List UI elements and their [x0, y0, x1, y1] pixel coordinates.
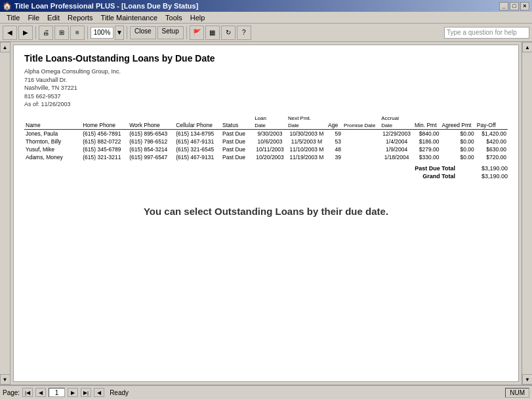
- toolbar-grid-button[interactable]: ⊞: [54, 26, 69, 40]
- table-cell: 1/9/2004: [380, 145, 413, 153]
- right-scroll-track[interactable]: [522, 52, 532, 374]
- toolbar-refresh-button[interactable]: ↻: [221, 26, 235, 40]
- table-cell: $720.00: [476, 153, 508, 161]
- col-header-loan-date: Loan Date: [253, 114, 287, 130]
- toolbar-separator-2: [87, 26, 88, 39]
- table-cell: Jones, Paula: [24, 130, 81, 138]
- title-text: 🏠 Title Loan Professional PLUS - [Loans …: [3, 2, 198, 10]
- toolbar-separator-1: [35, 26, 36, 39]
- maximize-button[interactable]: □: [510, 2, 519, 10]
- table-cell: $840.00: [413, 130, 440, 138]
- toolbar-list-button[interactable]: ≡: [70, 26, 85, 40]
- table-cell: (615) 467-9131: [174, 138, 221, 145]
- table-cell: (615) 134-8795: [174, 130, 221, 138]
- table-cell: Thornton, Billy: [24, 138, 81, 145]
- table-cell: (615) 854-3214: [128, 145, 174, 153]
- window-controls[interactable]: _ □ ×: [499, 2, 529, 10]
- table-cell: Past Due: [221, 153, 253, 161]
- scroll-down-button[interactable]: ▼: [0, 374, 10, 385]
- past-due-total-row: Past Due Total $3,190.00: [24, 165, 508, 172]
- right-scrollbar[interactable]: ▲ ▼: [522, 42, 532, 385]
- minimize-button[interactable]: _: [499, 2, 508, 10]
- company-name: Alpha Omega Consulting Group, Inc.: [24, 67, 508, 76]
- menu-title-maintenance[interactable]: Title Maintenance: [97, 13, 161, 22]
- table-cell: (615) 997-6547: [128, 153, 174, 161]
- col-header-status: Status: [221, 114, 253, 130]
- col-header-work: Work Phone: [128, 114, 174, 130]
- status-text: Ready: [107, 389, 502, 396]
- company-address: 716 Vauxhall Dr.: [24, 76, 508, 85]
- toolbar-back-button[interactable]: ◀: [3, 26, 17, 40]
- table-cell: $0.00: [440, 145, 475, 153]
- table-cell: Adams, Money: [24, 153, 81, 161]
- toolbar-forward-button[interactable]: ▶: [18, 26, 33, 40]
- col-header-accrual: Accrual Date: [380, 114, 413, 130]
- table-cell: (615) 798-6512: [128, 138, 174, 145]
- table-row: Jones, Paula(615) 456-7891(615) 895-6543…: [24, 130, 508, 138]
- scroll-up-button[interactable]: ▲: [0, 42, 10, 52]
- table-cell: $186.00: [413, 138, 440, 145]
- totals-section: Past Due Total $3,190.00 Grand Total $3,…: [24, 165, 508, 180]
- page-next-button[interactable]: ▶: [68, 388, 78, 397]
- page-number-input[interactable]: [49, 388, 65, 397]
- next-pmt-line1: Next Pmt.: [288, 115, 311, 121]
- col-header-age: Age: [327, 114, 342, 130]
- table-cell: $279.00: [413, 145, 440, 153]
- table-cell: [342, 130, 380, 138]
- table-cell: 9/30/2003: [253, 130, 287, 138]
- table-cell: $1,420.00: [476, 130, 508, 138]
- table-cell: 10/20/2003: [253, 153, 287, 161]
- table-cell: $0.00: [440, 130, 475, 138]
- page-extra-button[interactable]: ◀: [94, 388, 104, 397]
- zoom-control[interactable]: 100% ▼: [91, 26, 124, 40]
- table-cell: Past Due: [221, 138, 253, 145]
- loan-date-line2: Date: [255, 123, 266, 128]
- toolbar-flag-button[interactable]: 🚩: [190, 26, 204, 40]
- table-cell: $420.00: [476, 138, 508, 145]
- zoom-input[interactable]: 100%: [91, 27, 113, 39]
- table-cell: 10/30/2003 M: [287, 130, 327, 138]
- page-prev-button[interactable]: ◀: [35, 388, 46, 397]
- loan-date-line1: Loan: [255, 115, 266, 121]
- table-cell: (615) 895-6543: [128, 130, 174, 138]
- table-cell: 1/18/2004: [380, 153, 413, 161]
- close-button[interactable]: Close: [130, 26, 156, 39]
- close-button[interactable]: ×: [520, 2, 529, 10]
- statusbar: Page: |◀ ◀ ▶ ▶| ◀ Ready NUM: [0, 385, 532, 399]
- page-first-button[interactable]: |◀: [22, 388, 33, 397]
- setup-button[interactable]: Setup: [157, 26, 184, 39]
- right-scroll-up[interactable]: ▲: [522, 42, 532, 52]
- left-scrollbar[interactable]: ▲ ▼: [0, 42, 10, 385]
- menu-file[interactable]: File: [24, 13, 43, 22]
- col-header-home: Home Phone: [81, 114, 128, 130]
- col-header-cell: Cellular Phone: [174, 114, 221, 130]
- toolbar-help-button[interactable]: ?: [237, 26, 251, 40]
- table-cell: 59: [327, 130, 342, 138]
- table-cell: 39: [327, 153, 342, 161]
- accrual-line1: Accrual: [381, 115, 399, 121]
- menu-reports[interactable]: Reports: [64, 13, 97, 22]
- table-cell: $0.00: [440, 153, 475, 161]
- help-input[interactable]: Type a question for help: [444, 27, 529, 39]
- table-cell: $0.00: [440, 138, 475, 145]
- table-cell: 10/6/2003: [253, 138, 287, 145]
- table-cell: Yusuf, Mike: [24, 145, 81, 153]
- menu-tools[interactable]: Tools: [161, 13, 186, 22]
- report-as-of: As of: 11/26/2003: [24, 100, 508, 109]
- table-cell: [342, 145, 380, 153]
- col-header-name: Name: [24, 114, 81, 130]
- toolbar-extra-button[interactable]: ▦: [205, 26, 220, 40]
- menu-title[interactable]: Title: [3, 13, 24, 22]
- table-cell: (615) 345-6789: [81, 145, 128, 153]
- company-city: Nashville, TN 37221: [24, 84, 508, 92]
- zoom-dropdown-button[interactable]: ▼: [115, 26, 124, 40]
- past-due-total-label: Past Due Total: [415, 165, 455, 172]
- table-cell: 53: [327, 138, 342, 145]
- toolbar-print-button[interactable]: 🖨: [39, 26, 53, 40]
- page-last-button[interactable]: ▶|: [81, 388, 91, 397]
- table-cell: [342, 153, 380, 161]
- menu-help[interactable]: Help: [186, 13, 209, 22]
- table-cell: 11/10/2003 M: [287, 145, 327, 153]
- menu-edit[interactable]: Edit: [43, 13, 64, 22]
- right-scroll-down[interactable]: ▼: [522, 374, 532, 385]
